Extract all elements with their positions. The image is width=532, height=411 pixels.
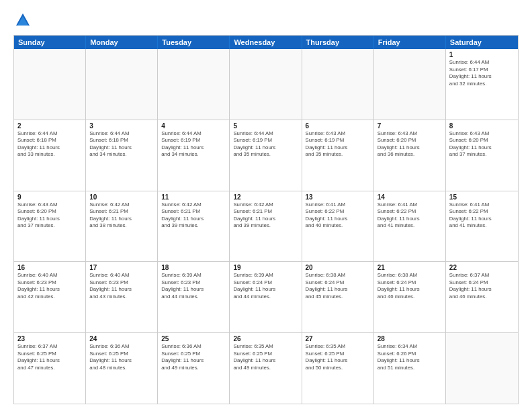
day-info-12: Sunrise: 6:42 AM Sunset: 6:21 PM Dayligh… (233, 201, 298, 230)
day-number-19: 19 (233, 264, 298, 271)
day-cell-2: 2Sunrise: 6:44 AM Sunset: 6:18 PM Daylig… (14, 120, 86, 191)
header-cell-thursday: Thursday (302, 36, 374, 49)
day-cell-26: 26Sunrise: 6:35 AM Sunset: 6:25 PM Dayli… (230, 333, 302, 404)
day-cell-22: 22Sunrise: 6:37 AM Sunset: 6:24 PM Dayli… (446, 262, 518, 332)
empty-cell-0-3 (230, 49, 302, 120)
header-cell-sunday: Sunday (14, 36, 86, 49)
day-number-5: 5 (233, 122, 298, 130)
day-cell-25: 25Sunrise: 6:36 AM Sunset: 6:25 PM Dayli… (158, 333, 230, 404)
day-number-13: 13 (306, 193, 370, 201)
day-info-27: Sunrise: 6:35 AM Sunset: 6:25 PM Dayligh… (306, 343, 370, 371)
day-cell-27: 27Sunrise: 6:35 AM Sunset: 6:25 PM Dayli… (302, 333, 374, 404)
day-number-12: 12 (233, 193, 298, 201)
day-cell-24: 24Sunrise: 6:36 AM Sunset: 6:25 PM Dayli… (86, 333, 158, 404)
day-info-21: Sunrise: 6:38 AM Sunset: 6:24 PM Dayligh… (378, 272, 442, 300)
day-cell-16: 16Sunrise: 6:40 AM Sunset: 6:23 PM Dayli… (14, 262, 86, 332)
empty-cell-4-6 (446, 333, 518, 404)
calendar-header-row: SundayMondayTuesdayWednesdayThursdayFrid… (14, 36, 518, 49)
calendar-row-3: 16Sunrise: 6:40 AM Sunset: 6:23 PM Dayli… (14, 261, 518, 332)
empty-cell-0-1 (86, 49, 158, 120)
day-cell-4: 4Sunrise: 6:44 AM Sunset: 6:19 PM Daylig… (158, 120, 230, 191)
day-info-7: Sunrise: 6:43 AM Sunset: 6:20 PM Dayligh… (378, 130, 442, 158)
header-cell-monday: Monday (86, 36, 158, 49)
day-info-14: Sunrise: 6:41 AM Sunset: 6:22 PM Dayligh… (378, 201, 442, 230)
page: SundayMondayTuesdayWednesdayThursdayFrid… (0, 0, 532, 411)
day-info-2: Sunrise: 6:44 AM Sunset: 6:18 PM Dayligh… (17, 130, 82, 158)
header-cell-tuesday: Tuesday (158, 36, 230, 49)
logo (13, 11, 35, 30)
calendar-row-1: 2Sunrise: 6:44 AM Sunset: 6:18 PM Daylig… (14, 120, 518, 191)
day-number-4: 4 (161, 122, 226, 130)
day-info-28: Sunrise: 6:34 AM Sunset: 6:26 PM Dayligh… (378, 343, 442, 371)
empty-cell-0-4 (302, 49, 374, 120)
day-info-25: Sunrise: 6:36 AM Sunset: 6:25 PM Dayligh… (161, 343, 226, 371)
day-cell-3: 3Sunrise: 6:44 AM Sunset: 6:18 PM Daylig… (86, 120, 158, 191)
day-cell-8: 8Sunrise: 6:43 AM Sunset: 6:20 PM Daylig… (446, 120, 518, 191)
header-cell-saturday: Saturday (446, 36, 518, 49)
day-number-27: 27 (306, 335, 370, 342)
day-cell-14: 14Sunrise: 6:41 AM Sunset: 6:22 PM Dayli… (374, 191, 446, 262)
day-cell-28: 28Sunrise: 6:34 AM Sunset: 6:26 PM Dayli… (374, 333, 446, 404)
calendar-row-2: 9Sunrise: 6:43 AM Sunset: 6:20 PM Daylig… (14, 191, 518, 262)
day-info-1: Sunrise: 6:44 AM Sunset: 6:17 PM Dayligh… (449, 59, 515, 87)
day-cell-21: 21Sunrise: 6:38 AM Sunset: 6:24 PM Dayli… (374, 262, 446, 332)
day-info-11: Sunrise: 6:42 AM Sunset: 6:21 PM Dayligh… (161, 201, 226, 230)
logo-icon (13, 11, 32, 30)
day-number-15: 15 (449, 193, 515, 201)
day-info-6: Sunrise: 6:43 AM Sunset: 6:19 PM Dayligh… (306, 130, 370, 158)
day-info-22: Sunrise: 6:37 AM Sunset: 6:24 PM Dayligh… (449, 272, 515, 300)
day-info-13: Sunrise: 6:41 AM Sunset: 6:22 PM Dayligh… (306, 201, 370, 230)
empty-cell-0-5 (374, 49, 446, 120)
day-number-26: 26 (233, 335, 298, 342)
day-number-25: 25 (161, 335, 226, 342)
day-number-1: 1 (449, 51, 515, 58)
day-number-24: 24 (89, 335, 154, 342)
empty-cell-0-0 (14, 49, 86, 120)
day-info-8: Sunrise: 6:43 AM Sunset: 6:20 PM Dayligh… (449, 130, 515, 158)
empty-cell-0-2 (158, 49, 230, 120)
day-number-9: 9 (17, 193, 82, 201)
day-cell-18: 18Sunrise: 6:39 AM Sunset: 6:23 PM Dayli… (158, 262, 230, 332)
day-number-20: 20 (306, 264, 370, 271)
day-cell-19: 19Sunrise: 6:39 AM Sunset: 6:24 PM Dayli… (230, 262, 302, 332)
day-number-18: 18 (161, 264, 226, 271)
day-number-10: 10 (89, 193, 154, 201)
day-cell-20: 20Sunrise: 6:38 AM Sunset: 6:24 PM Dayli… (302, 262, 374, 332)
day-info-9: Sunrise: 6:43 AM Sunset: 6:20 PM Dayligh… (17, 201, 82, 230)
day-cell-11: 11Sunrise: 6:42 AM Sunset: 6:21 PM Dayli… (158, 191, 230, 262)
header-cell-friday: Friday (374, 36, 446, 49)
day-cell-13: 13Sunrise: 6:41 AM Sunset: 6:22 PM Dayli… (302, 191, 374, 262)
day-cell-6: 6Sunrise: 6:43 AM Sunset: 6:19 PM Daylig… (302, 120, 374, 191)
day-number-21: 21 (378, 264, 442, 271)
day-info-10: Sunrise: 6:42 AM Sunset: 6:21 PM Dayligh… (89, 201, 154, 230)
day-cell-12: 12Sunrise: 6:42 AM Sunset: 6:21 PM Dayli… (230, 191, 302, 262)
header-cell-wednesday: Wednesday (230, 36, 302, 49)
day-info-15: Sunrise: 6:41 AM Sunset: 6:22 PM Dayligh… (449, 201, 515, 230)
day-number-11: 11 (161, 193, 226, 201)
day-info-4: Sunrise: 6:44 AM Sunset: 6:19 PM Dayligh… (161, 130, 226, 158)
day-cell-7: 7Sunrise: 6:43 AM Sunset: 6:20 PM Daylig… (374, 120, 446, 191)
calendar-body: 1Sunrise: 6:44 AM Sunset: 6:17 PM Daylig… (14, 49, 518, 404)
day-info-18: Sunrise: 6:39 AM Sunset: 6:23 PM Dayligh… (161, 272, 226, 300)
calendar: SundayMondayTuesdayWednesdayThursdayFrid… (13, 35, 519, 404)
day-info-5: Sunrise: 6:44 AM Sunset: 6:19 PM Dayligh… (233, 130, 298, 158)
day-number-16: 16 (17, 264, 82, 271)
day-info-23: Sunrise: 6:37 AM Sunset: 6:25 PM Dayligh… (17, 343, 82, 371)
day-cell-15: 15Sunrise: 6:41 AM Sunset: 6:22 PM Dayli… (446, 191, 518, 262)
day-number-3: 3 (89, 122, 154, 130)
day-info-24: Sunrise: 6:36 AM Sunset: 6:25 PM Dayligh… (89, 343, 154, 371)
header (13, 11, 519, 30)
day-cell-5: 5Sunrise: 6:44 AM Sunset: 6:19 PM Daylig… (230, 120, 302, 191)
day-cell-10: 10Sunrise: 6:42 AM Sunset: 6:21 PM Dayli… (86, 191, 158, 262)
day-number-7: 7 (378, 122, 442, 130)
day-info-20: Sunrise: 6:38 AM Sunset: 6:24 PM Dayligh… (306, 272, 370, 300)
day-cell-17: 17Sunrise: 6:40 AM Sunset: 6:23 PM Dayli… (86, 262, 158, 332)
day-info-3: Sunrise: 6:44 AM Sunset: 6:18 PM Dayligh… (89, 130, 154, 158)
calendar-row-4: 23Sunrise: 6:37 AM Sunset: 6:25 PM Dayli… (14, 332, 518, 404)
day-number-2: 2 (17, 122, 82, 130)
day-info-26: Sunrise: 6:35 AM Sunset: 6:25 PM Dayligh… (233, 343, 298, 371)
day-cell-23: 23Sunrise: 6:37 AM Sunset: 6:25 PM Dayli… (14, 333, 86, 404)
day-cell-1: 1Sunrise: 6:44 AM Sunset: 6:17 PM Daylig… (446, 49, 518, 120)
day-number-14: 14 (378, 193, 442, 201)
day-info-16: Sunrise: 6:40 AM Sunset: 6:23 PM Dayligh… (17, 272, 82, 300)
